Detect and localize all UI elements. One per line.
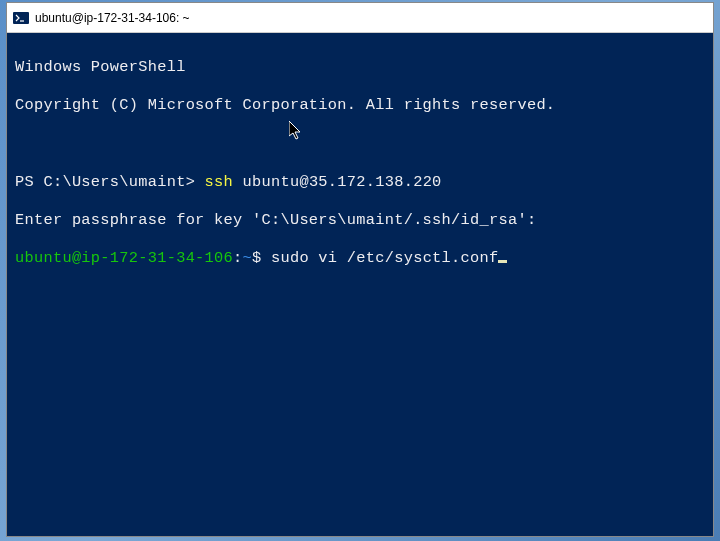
terminal-cursor (498, 260, 507, 263)
terminal-line: ubuntu@ip-172-31-34-106:~$ sudo vi /etc/… (15, 249, 705, 268)
terminal-window: ubuntu@ip-172-31-34-106: ~ Windows Power… (6, 2, 714, 537)
bash-path: ~ (243, 249, 252, 267)
svg-rect-0 (13, 12, 29, 24)
bash-user-host: ubuntu@ip-172-31-34-106 (15, 249, 233, 267)
ssh-target: ubuntu@35.172.138.220 (233, 173, 442, 191)
ssh-command: ssh (205, 173, 233, 191)
terminal-line: Enter passphrase for key 'C:\Users\umain… (15, 211, 705, 230)
bash-colon: : (233, 249, 242, 267)
terminal-line: Copyright (C) Microsoft Corporation. All… (15, 96, 705, 115)
terminal-body[interactable]: Windows PowerShell Copyright (C) Microso… (7, 33, 713, 536)
window-title: ubuntu@ip-172-31-34-106: ~ (35, 11, 190, 25)
powershell-icon (13, 10, 29, 26)
terminal-line: PS C:\Users\umaint> ssh ubuntu@35.172.13… (15, 173, 705, 192)
ps-prompt: PS C:\Users\umaint> (15, 173, 205, 191)
titlebar[interactable]: ubuntu@ip-172-31-34-106: ~ (7, 3, 713, 33)
terminal-line: Windows PowerShell (15, 58, 705, 77)
bash-command: sudo vi /etc/sysctl.conf (271, 249, 499, 267)
terminal-blank-line (15, 135, 705, 154)
bash-dollar: $ (252, 249, 271, 267)
